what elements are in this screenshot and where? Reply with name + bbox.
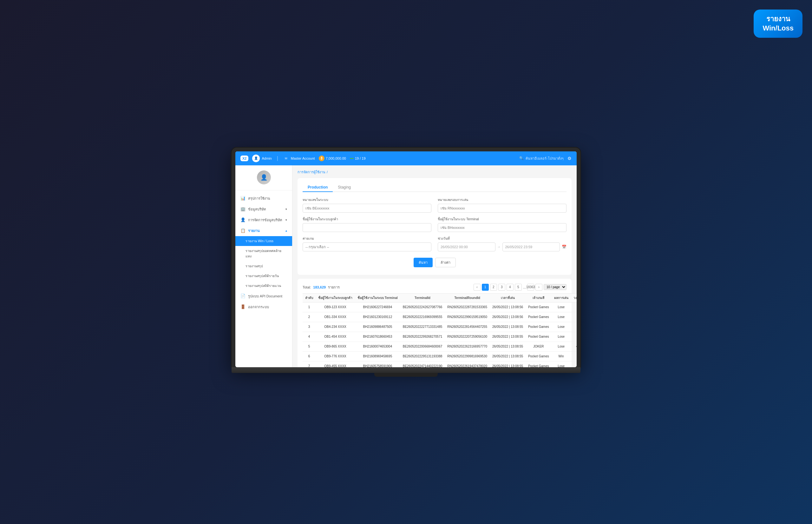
sidebar-profile: 👤 [235, 165, 292, 191]
cell-result: Lose [552, 342, 571, 351]
cell-time: 26/05/2022 | 13:08:55 [490, 351, 526, 361]
sidebar-item-summary[interactable]: 📊 สรุปการใช้งาน [235, 193, 292, 204]
per-page-select[interactable]: 10 / page 20 / page 50 / page [544, 284, 566, 290]
reset-button[interactable]: ล้างค่า [435, 258, 456, 267]
sidebar-item-manage[interactable]: 👤 การจัดการข้อมูลบริษัท ▾ [235, 215, 292, 225]
game-select[interactable] [303, 243, 432, 251]
prev-page-btn[interactable]: ‹ [474, 284, 480, 291]
tab-staging[interactable]: Staging [333, 183, 356, 192]
cell-terminal-id[interactable]: BE26052022299268270571 [400, 332, 445, 342]
username-shop-group: ชื่อผู้ใช้งานในระบบลูกค้า [303, 216, 432, 232]
cell-game: Pocket Games [526, 361, 552, 367]
sidebar-item-logout[interactable]: 🚪 ออกจากระบบ [235, 301, 292, 312]
sidebar-item-reports[interactable]: 📋 รายงาน ▴ [235, 225, 292, 236]
page-4-btn[interactable]: 4 [507, 284, 513, 291]
cell-game: JOKER [526, 342, 552, 351]
table-row: 5 OB9-865 XXXX BH21600074653004 BE260520… [303, 342, 577, 351]
last-page-btn[interactable]: 18363 [527, 284, 534, 291]
cell-result: Win [552, 351, 571, 361]
cell-round-id[interactable]: RN26052022990159519050 [445, 312, 490, 322]
cell-result: Lose [552, 332, 571, 342]
cell-round-id[interactable]: RN26052022814564407255 [445, 322, 490, 332]
sidebar-item-info[interactable]: 🏢 ข้อมูลบริษัท ▾ [235, 204, 292, 215]
search-label: ค้นหาอีเมลอร์-โปรมาตั่งๆ [526, 155, 564, 161]
topbar-search[interactable]: 🔍 ค้นหาอีเมลอร์-โปรมาตั่งๆ [519, 155, 564, 161]
sidebar-item-weekly[interactable]: รายงานสรุปสถิติรายแวน [235, 281, 292, 291]
cell-no: 1 [303, 302, 316, 312]
table-row: 2 OB1-334 XXXX BH21601230169112 BE260520… [303, 312, 577, 322]
next-page-btn[interactable]: › [536, 284, 542, 291]
col-terminal-id: TerminalId [400, 293, 445, 302]
username-shop-input[interactable] [303, 223, 432, 232]
search-form: หมายเลขในระบบ หมายเลยรอบการเล่น ชื่อผู้ใ… [303, 197, 566, 251]
sidebar-item-summary2[interactable]: รายงานสรุป [235, 261, 292, 271]
chevron-down-icon-2: ▾ [286, 218, 287, 222]
page-2-btn[interactable]: 2 [490, 284, 497, 291]
data-table: ลำดับ ชื่อผู้ใช้งานในระบบลูกค้า ชื่อผู้ใ… [303, 293, 577, 367]
col-bet: วงเงินเล่น [571, 293, 577, 302]
sidebar-item-daily[interactable]: รายงานสรุปสถิติรายวัน [235, 271, 292, 281]
user-avatar: 👤 [252, 154, 260, 162]
sidebar-item-summary-bet[interactable]: รายงานสรุปยอดทศคล้ายแทง [235, 246, 292, 261]
cell-game: Pocket Games [526, 322, 552, 332]
master-icon: M [283, 155, 289, 161]
sidebar-label-summary: สรุปการใช้งาน [248, 196, 270, 201]
cell-customer: OB9-776 XXXX [316, 351, 355, 361]
sidebar-item-api[interactable]: 📄 รูปแบบ API Document [235, 291, 292, 301]
cell-terminal-id[interactable]: BE26052022242627087766 [400, 302, 445, 312]
date-from-input[interactable] [438, 243, 495, 251]
settings-icon[interactable]: ⚙ [568, 156, 572, 161]
main-area: 👤 📊 สรุปการใช้งาน 🏢 ข้อมูลบริษัท ▾ [235, 165, 577, 367]
date-label: ช่วงวันที่ [438, 236, 566, 241]
cell-no: 7 [303, 361, 316, 367]
username-shop-label: ชื่อผู้ใช้งานในระบบลูกค้า [303, 216, 432, 222]
cell-customer: OB1-334 XXXX [316, 312, 355, 322]
col-no: ลำดับ [303, 293, 316, 302]
table-header: Total: 183,629 รายการ ‹ 1 2 3 4 [303, 284, 566, 291]
search-button[interactable]: ค้นหา [413, 258, 433, 267]
be-number-input[interactable] [303, 204, 432, 213]
col-result: ผลการเล่น [552, 293, 571, 302]
cell-round-id[interactable]: RN26052022619437478020 [445, 361, 490, 367]
cell-customer: OB9-865 XXXX [316, 342, 355, 351]
sidebar-label-reports: รายงาน [248, 228, 260, 234]
cell-round-id[interactable]: RN26052022999816969530 [445, 351, 490, 361]
rn-number-group: หมายเลยรอบการเล่น [438, 197, 566, 213]
badge-line2: Win/Loss [762, 24, 794, 33]
sidebar-item-winloss[interactable]: รายงาน Win / Loss [235, 236, 292, 246]
page-5-btn[interactable]: 5 [515, 284, 522, 291]
cell-terminal-id[interactable]: BE26052022006684600067 [400, 342, 445, 351]
cell-time: 26/05/2022 | 13:08:55 [490, 332, 526, 342]
coin-icon: ₿ [319, 155, 324, 161]
logo-text: X2 [242, 157, 247, 160]
calendar-icon[interactable]: 📅 [562, 245, 566, 249]
cell-terminal-id[interactable]: BE26052022227713331485 [400, 322, 445, 332]
manage-icon: 👤 [240, 217, 246, 222]
rn-number-label: หมายเลยรอบการเล่น [438, 197, 566, 202]
logo: X2 [240, 155, 248, 161]
cell-no: 5 [303, 342, 316, 351]
cell-terminal-user: BH21607618660453 [355, 332, 400, 342]
cell-round-id[interactable]: RN26052022623166957770 [445, 342, 490, 351]
cell-round-id[interactable]: RN26052022287281533365 [445, 302, 490, 312]
main-card: Production Staging หมายเลขในระบบ [298, 178, 572, 275]
username-terminal-input[interactable] [438, 223, 566, 232]
breadcrumb-separator: / [327, 170, 328, 174]
cell-terminal-id[interactable]: BE26052022216969399555 [400, 312, 445, 322]
page-3-btn[interactable]: 3 [498, 284, 505, 291]
balance-value: 7,000,000.00 [326, 157, 346, 160]
rn-number-input[interactable] [438, 204, 566, 213]
topbar-user: 👤 Admin [252, 154, 271, 162]
total-count: 183,629 [313, 285, 326, 289]
date-to-input[interactable] [503, 243, 560, 251]
be-number-label: หมายเลขในระบบ [303, 197, 432, 202]
tab-production[interactable]: Production [303, 183, 333, 192]
cell-round-id[interactable]: RN26052022207259056100 [445, 332, 490, 342]
col-round-id: TerminalRoundId [445, 293, 490, 302]
pagination: ‹ 1 2 3 4 5 ... 18363 › [474, 284, 566, 291]
breadcrumb: การจัดการผู้ใช้งาน / [298, 169, 572, 175]
cell-terminal-id[interactable]: BE26052022471440222190 [400, 361, 445, 367]
page-1-btn[interactable]: 1 [482, 284, 489, 291]
cell-result: Lose [552, 312, 571, 322]
cell-terminal-id[interactable]: BE26052022295131193388 [400, 351, 445, 361]
